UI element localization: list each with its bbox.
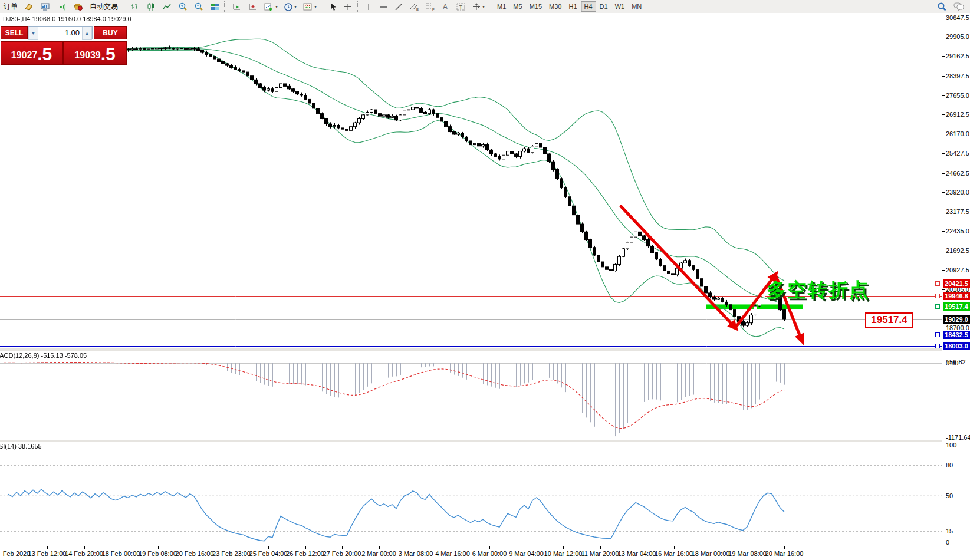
- zoom-out-icon[interactable]: [191, 0, 207, 13]
- buy-button[interactable]: BUY: [94, 26, 127, 39]
- axis-label: 22435.0: [946, 228, 969, 235]
- buy-price-quote[interactable]: 19039.5: [63, 41, 127, 65]
- crosshair-tool-icon[interactable]: [340, 0, 356, 13]
- search-icon[interactable]: [933, 0, 950, 13]
- time-tick: [268, 546, 269, 549]
- one-click-trade-panel: SELL ▼ ▲ BUY 19027.5 19039.5: [1, 26, 126, 62]
- axis-label: 80: [946, 462, 953, 469]
- time-axis-label: 16 Mar 16:00: [655, 550, 693, 557]
- tab-mn[interactable]: MN: [628, 1, 645, 12]
- chat-icon[interactable]: [950, 0, 968, 13]
- volume-up-button[interactable]: ▲: [82, 27, 92, 40]
- time-axis-label: 19 Feb 08:00: [139, 550, 177, 557]
- tab-m30[interactable]: M30: [545, 1, 565, 12]
- text-label-tool-icon[interactable]: T: [453, 0, 469, 13]
- time-tick: [342, 546, 343, 549]
- auto-scroll-icon[interactable]: [229, 0, 245, 13]
- toolbar-separator: [224, 1, 228, 12]
- tab-d1[interactable]: D1: [596, 1, 611, 12]
- axis-label: [942, 134, 945, 134]
- fibonacci-tool-icon[interactable]: F: [422, 0, 438, 13]
- time-tick: [195, 546, 195, 549]
- tile-windows-icon[interactable]: [207, 0, 223, 13]
- tab-m5[interactable]: M5: [509, 1, 525, 12]
- line-chart-type-icon[interactable]: [159, 0, 175, 13]
- text-tool-icon[interactable]: A: [438, 0, 453, 13]
- tab-w1[interactable]: W1: [611, 1, 629, 12]
- time-tick: [305, 546, 306, 549]
- new-chart-button[interactable]: ▾: [261, 0, 281, 13]
- time-axis-label: 3 Mar 08:00: [399, 550, 433, 557]
- main-chart-pane[interactable]: DJ30-,H4 19068.0 19160.0 18984.0 19029.0…: [0, 13, 942, 348]
- signals-icon[interactable]: [54, 0, 70, 13]
- time-axis-label: 19 Mar 08:00: [728, 550, 767, 557]
- axis-label: [942, 95, 945, 96]
- sell-price-quote[interactable]: 19027.5: [1, 41, 63, 65]
- horizontal-line-tool-icon[interactable]: [376, 0, 392, 13]
- axis-label: 29162.5: [946, 52, 969, 60]
- axis-label: [942, 153, 945, 154]
- price-badge: 18432.5: [943, 331, 970, 339]
- bar-chart-type-icon[interactable]: [127, 0, 143, 13]
- tab-m15[interactable]: M15: [526, 1, 545, 12]
- volume-input[interactable]: [38, 27, 82, 39]
- axis-label: -1171.64: [946, 434, 970, 441]
- time-axis-label: 6 Mar 00:00: [472, 550, 507, 557]
- history-book-icon[interactable]: [21, 0, 37, 13]
- templates-button[interactable]: ▾: [300, 0, 320, 13]
- time-tick: [527, 546, 527, 549]
- time-axis-label: 23 Feb 23:00: [212, 550, 251, 557]
- price-axis[interactable]: 30647.529905.029162.528397.527655.026912…: [942, 13, 970, 546]
- terminal-icon[interactable]: [37, 0, 54, 13]
- channel-tool-icon[interactable]: E: [406, 0, 422, 13]
- axis-label: 0.00: [946, 360, 958, 367]
- time-axis-label: 2 Mar 00:00: [361, 550, 396, 557]
- axis-label: 24662.5: [946, 170, 969, 177]
- tab-h1[interactable]: H1: [565, 1, 580, 12]
- time-axis[interactable]: Feb 202013 Feb 12:0014 Feb 20:0018 Feb 0…: [0, 546, 970, 560]
- axis-label: [942, 289, 945, 290]
- axis-label: 26912.5: [946, 111, 969, 118]
- trendline-tool-icon[interactable]: [392, 0, 406, 13]
- axis-label: [942, 114, 945, 115]
- sell-button[interactable]: SELL: [1, 26, 28, 39]
- axis-label: 100: [946, 442, 956, 449]
- axis-label: [942, 173, 945, 174]
- vertical-line-tool-icon[interactable]: [362, 0, 376, 13]
- rsi-pane[interactable]: RSI(14) 38.1655: [0, 442, 942, 546]
- time-axis-label: 25 Feb 04:00: [249, 550, 288, 557]
- tab-m1[interactable]: M1: [494, 1, 509, 12]
- axis-label: [942, 212, 945, 212]
- auto-trading-button[interactable]: 自动交易: [86, 0, 121, 13]
- chart-shift-icon[interactable]: [245, 0, 261, 13]
- macd-pane[interactable]: MACD(12,26,9) -515.13 -578.05: [0, 351, 942, 440]
- volume-spinner: ▼ ▲: [28, 26, 93, 39]
- tab-h4[interactable]: H4: [581, 1, 596, 12]
- market-icon[interactable]: [70, 0, 86, 13]
- axis-label: [942, 76, 945, 77]
- zoom-in-icon[interactable]: [175, 0, 191, 13]
- axis-label: 23177.5: [946, 208, 969, 215]
- time-tick: [158, 546, 159, 549]
- time-tick: [379, 546, 380, 549]
- axis-label: 26170.0: [946, 130, 969, 137]
- time-tick: [674, 546, 675, 549]
- orders-button[interactable]: 订单: [0, 0, 21, 13]
- time-tick: [453, 546, 453, 549]
- svg-text:F: F: [432, 8, 435, 11]
- buy-price-fraction: .5: [101, 45, 116, 63]
- volume-down-button[interactable]: ▼: [28, 27, 38, 40]
- time-axis-label: 26 Feb 12:00: [286, 550, 324, 557]
- candlestick-chart-type-icon[interactable]: [143, 0, 159, 13]
- price-badge: 19029.0: [943, 315, 970, 324]
- time-axis-label: 11 Mar 20:00: [581, 550, 619, 557]
- rsi-label: RSI(14) 38.1655: [0, 443, 42, 450]
- shapes-tool-button[interactable]: ▾: [469, 0, 488, 13]
- price-callout-label: 19517.4: [865, 312, 913, 328]
- macd-label: MACD(12,26,9) -515.13 -578.05: [0, 352, 87, 359]
- axis-label: 0: [946, 539, 949, 546]
- cursor-tool-icon[interactable]: [325, 0, 340, 13]
- periods-button[interactable]: ▾: [281, 0, 300, 13]
- time-axis-label: Feb 2020: [3, 550, 30, 557]
- axis-label: [942, 37, 945, 37]
